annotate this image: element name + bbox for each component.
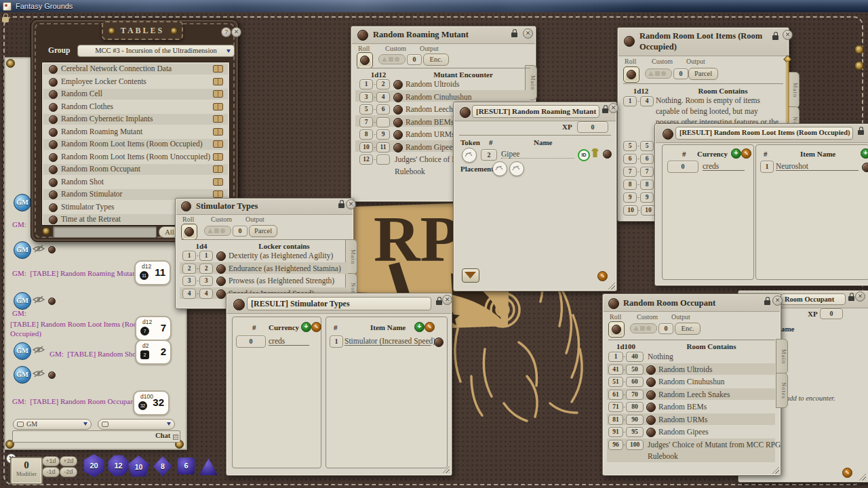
token-count-box[interactable]: 2 [481,149,497,161]
range-to[interactable]: 2 [199,264,213,274]
table-link-icon[interactable] [49,178,58,187]
range-from[interactable]: 1 [182,251,196,261]
table-item[interactable]: Random Stimulator [61,190,122,198]
table-item[interactable]: Random Room Loot Items (Room Occupied) [61,140,203,148]
range-from[interactable]: 1 [608,352,623,362]
range-to[interactable]: 10 [641,205,656,216]
add-two-dice-button[interactable]: +2d [60,456,77,466]
table-item[interactable]: Time at the Retreat [61,215,121,223]
table-item[interactable]: Random Cell [61,89,102,98]
range-to[interactable]: 8 [640,180,654,190]
entry-link-icon[interactable] [216,251,226,261]
range-from[interactable]: 2 [182,264,196,274]
custom-dice-control[interactable] [645,68,672,79]
modifier-box[interactable]: 0 Modifier [10,457,43,485]
range-to[interactable]: 1 [199,251,213,261]
range-from[interactable]: 10 [623,205,638,216]
table-entry[interactable]: Random Gipees [658,428,709,436]
group-dropdown[interactable]: MCC #3 - Incursion of the Ultradimension [77,45,235,57]
lock-icon[interactable] [602,108,608,113]
custom-count-box[interactable]: 0 [407,54,422,65]
table-entry-line2[interactable]: Rulebook [395,167,425,176]
table-entry[interactable]: Endurance (as Heightened Stamina) [229,264,341,272]
d6-die[interactable]: 6 [178,458,195,474]
identity-dropdown[interactable] [98,419,175,430]
range-to[interactable]: 6 [640,154,654,164]
table-entry[interactable]: Random Cinuhushun [406,93,471,101]
range-to[interactable]: 2 [376,79,390,89]
parcel-deliver-button[interactable] [462,268,479,283]
table-link-icon[interactable] [49,190,58,199]
entry-link-icon[interactable] [862,163,868,172]
armor-icon[interactable] [591,148,599,157]
output-mode-button[interactable]: Parcel [688,68,718,80]
range-to[interactable]: 40 [626,352,644,362]
currency-name-field[interactable]: creds [703,162,745,171]
window-link-icon[interactable] [357,30,368,41]
range-from[interactable]: 96 [608,440,623,450]
range-to[interactable]: 5 [640,141,654,151]
entry-link-icon[interactable] [393,80,403,89]
range-from[interactable]: 10 [359,142,373,152]
entry-link-icon[interactable] [646,365,656,375]
item-count-box[interactable]: 1 [760,161,774,173]
table-link-icon[interactable] [49,128,58,137]
table-link-icon[interactable] [49,90,58,99]
close-icon[interactable]: ✕ [523,28,533,39]
table-item[interactable]: Random Shot [61,178,104,186]
window-link-icon[interactable] [608,298,619,309]
entry-link-icon[interactable] [646,415,656,425]
item-name-field[interactable]: Stimulator (Increased Speed) [344,337,431,346]
range-to[interactable] [376,155,390,165]
close-icon[interactable]: ✕ [346,199,356,209]
table-link-icon[interactable] [49,115,58,124]
result-title-field[interactable]: [RESULT] Random Roaming Mutant [472,105,599,118]
custom-dice-control[interactable] [204,226,231,236]
edit-button[interactable]: ✎ [741,148,751,159]
link-dot-icon[interactable] [48,246,56,253]
entry-link-icon[interactable] [646,378,656,387]
book-icon[interactable] [213,165,223,173]
result-title-field[interactable]: [RESULT] Stimulator Types [247,297,431,310]
entry-link-icon[interactable] [393,130,403,140]
lock-icon[interactable] [858,130,864,135]
range-to[interactable]: 4 [640,96,654,106]
help-button[interactable]: ? [221,27,231,37]
table-item[interactable]: Random Roaming Mutant [61,127,142,136]
entry-link-icon[interactable] [646,390,656,400]
range-from[interactable]: 3 [359,92,373,102]
range-from[interactable]: 51 [608,377,623,387]
table-entry[interactable]: Random URMs [406,130,455,138]
table-link-icon[interactable] [49,165,58,174]
range-from[interactable]: 7 [359,117,373,127]
window-link-icon[interactable] [624,36,635,47]
tab-main[interactable]: Main [787,72,800,108]
range-from[interactable]: 8 [359,129,373,140]
table-entry[interactable]: Random BEMs [406,118,454,126]
result-title-field[interactable]: Room Occupant [781,293,846,305]
custom-dice-control[interactable] [378,54,406,64]
add-button[interactable]: + [414,322,425,332]
table-entry[interactable]: Random Gipees [406,143,456,151]
table-link-icon[interactable] [49,153,58,162]
custom-count-box[interactable]: 0 [658,323,673,334]
custom-count-box[interactable]: 0 [233,226,248,237]
placement-token[interactable] [492,161,507,176]
currency-name-field[interactable]: creds [269,337,309,346]
entry-link-icon[interactable] [216,277,226,286]
range-to[interactable]: 80 [626,402,644,412]
range-from[interactable]: 12 [359,155,373,165]
range-to[interactable]: 6 [376,104,390,115]
table-entry[interactable]: Random Ultroids [658,365,713,373]
add-one-die-button[interactable]: +1d [42,456,60,466]
table-entry[interactable]: Random Leech Snakes [658,390,730,399]
book-icon[interactable] [213,65,223,73]
book-icon[interactable] [213,153,223,161]
table-entry[interactable]: Prowess (as Heightened Strength) [229,277,334,285]
table-item[interactable]: Random Room Loot Items (Room Unoccupied) [61,152,210,161]
link-dot-icon[interactable] [48,371,56,379]
book-icon[interactable] [213,140,223,148]
book-icon[interactable] [213,115,223,123]
table-entry[interactable]: Random Cinuhushun [658,378,724,386]
window-link-icon[interactable] [460,107,471,118]
